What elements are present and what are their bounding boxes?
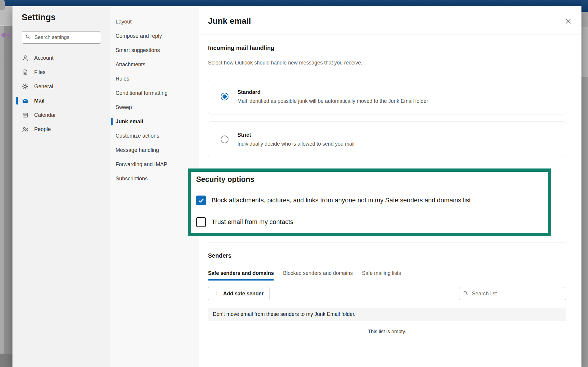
people-icon (22, 126, 29, 133)
add-safe-sender-label: Add safe sender (223, 291, 264, 297)
background-pane-edge (0, 6, 4, 367)
nav-item-label: Compose and reply (116, 33, 162, 39)
close-icon (565, 17, 572, 25)
option-card-standard[interactable]: Standard Mail identified as possible jun… (208, 79, 566, 114)
nav-item-label: Conditional formatting (116, 90, 168, 96)
nav-item-layout[interactable]: Layout (116, 15, 199, 29)
search-icon (463, 290, 469, 297)
nav-item-subscriptions[interactable]: Subscriptions (116, 171, 199, 186)
option-label: Standard (237, 89, 428, 95)
radio-strict-unselected[interactable] (221, 136, 228, 143)
option-description: Mail identified as possible junk will be… (237, 98, 428, 104)
scrollbar-track (581, 27, 588, 77)
settings-search[interactable] (22, 31, 101, 44)
plus-icon (214, 290, 220, 297)
settings-sidebar: Settings Account Files (12, 6, 110, 367)
junk-email-panel: Junk email Incoming mail handling Select… (199, 6, 581, 367)
person-icon (22, 54, 29, 62)
sidebar-item-account[interactable]: Account (22, 51, 110, 65)
checkbox-label: Trust email from my contacts (212, 218, 293, 226)
security-options-heading: Security options (196, 174, 548, 184)
selected-indicator (111, 118, 113, 125)
sidebar-item-mail[interactable]: Mail (22, 94, 110, 108)
settings-category-list: Account Files General Mail (22, 51, 110, 136)
senders-heading: Senders (208, 252, 566, 259)
checkbox-checked[interactable] (196, 196, 206, 205)
tab-safe-mailing-lists[interactable]: Safe mailing lists (362, 270, 401, 281)
sidebar-item-label: General (34, 84, 53, 90)
mail-settings-nav: Layout Compose and reply Smart suggestio… (110, 6, 199, 367)
divider (0, 77, 4, 77)
sidebar-item-label: Mail (34, 98, 45, 104)
gear-icon (22, 83, 29, 90)
nav-item-rules[interactable]: Rules (116, 72, 199, 86)
document-icon (22, 69, 29, 76)
close-button[interactable] (562, 15, 574, 27)
checkbox-row-trust-contacts[interactable]: Trust email from my contacts (196, 217, 548, 227)
sidebar-item-calendar[interactable]: Calendar (22, 108, 110, 122)
app-titlebar (0, 0, 588, 6)
panel-title: Junk email (208, 16, 251, 26)
nav-item-label: Smart suggestions (116, 47, 160, 53)
option-card-strict[interactable]: Strict Individually decide who is allowe… (208, 122, 566, 157)
tab-safe-senders-and-domains[interactable]: Safe senders and domains (208, 270, 274, 281)
checkbox-unchecked[interactable] (196, 217, 206, 227)
nav-item-customize-actions[interactable]: Customize actions (116, 129, 199, 143)
background-app-left-edge: R (0, 6, 12, 367)
nav-item-message-handling[interactable]: Message handling (116, 143, 199, 157)
panel-header: Junk email (199, 6, 581, 34)
checkmark-icon (198, 197, 204, 204)
nav-item-forwarding-and-imap[interactable]: Forwarding and IMAP (116, 157, 199, 171)
calendar-icon (22, 111, 29, 119)
checkbox-label: Block attachments, pictures, and links f… (212, 197, 471, 204)
settings-dialog-title: Settings (22, 11, 110, 23)
nav-item-label: Sweep (116, 104, 132, 111)
sidebar-item-people[interactable]: People (22, 122, 110, 136)
settings-search-input[interactable] (34, 34, 97, 41)
search-icon (25, 34, 31, 41)
nav-item-label: Message handling (116, 147, 159, 153)
nav-item-conditional-formatting[interactable]: Conditional formatting (116, 86, 199, 100)
list-toolbar: Add safe sender (208, 287, 566, 300)
divider (199, 34, 581, 34)
nav-item-junk-email[interactable]: Junk email (116, 114, 199, 129)
nav-item-sweep[interactable]: Sweep (116, 100, 199, 114)
selected-indicator (16, 97, 18, 105)
sidebar-item-label: Calendar (34, 112, 56, 118)
nav-item-label: Junk email (116, 119, 143, 125)
nav-item-label: Rules (116, 76, 129, 82)
nav-item-label: Subscriptions (116, 176, 148, 182)
divider (208, 242, 566, 242)
sidebar-item-general[interactable]: General (22, 79, 110, 94)
radio-standard-selected[interactable] (221, 93, 228, 100)
nav-item-attachments[interactable]: Attachments (116, 57, 199, 72)
option-texts: Strict Individually decide who is allowe… (237, 132, 354, 147)
background-app-right-edge (581, 0, 588, 367)
sidebar-item-label: Account (34, 55, 53, 61)
nav-item-compose-and-reply[interactable]: Compose and reply (116, 29, 199, 43)
sidebar-item-files[interactable]: Files (22, 65, 110, 79)
reply-all-icon (1, 31, 10, 40)
mail-icon (22, 97, 29, 104)
background-pane-edge (581, 12, 588, 27)
checkbox-row-block-attachments[interactable]: Block attachments, pictures, and links f… (196, 196, 548, 205)
sidebar-item-label: Files (34, 69, 45, 75)
nav-item-label: Forwarding and IMAP (116, 161, 167, 168)
browser-tab-stub (0, 0, 5, 10)
option-label: Strict (237, 132, 354, 138)
nav-item-label: Layout (116, 19, 132, 25)
security-options-highlight-box: Security options Block attachments, pict… (188, 168, 551, 236)
nav-item-label: Customize actions (116, 133, 159, 139)
list-info-bar: Don’t move email from these senders to m… (208, 308, 566, 321)
clipped-background-text: R (9, 30, 12, 39)
add-safe-sender-button[interactable]: Add safe sender (208, 287, 269, 300)
empty-list-message: This list is empty. (208, 329, 566, 335)
list-search-box[interactable] (459, 287, 566, 300)
tab-blocked-senders-and-domains[interactable]: Blocked senders and domains (283, 270, 353, 281)
incoming-mail-subtitle: Select how Outlook should handle new mes… (208, 59, 566, 66)
nav-item-label: Attachments (116, 62, 145, 68)
list-search-input[interactable] (471, 290, 562, 297)
settings-dialog: Settings Account Files (12, 6, 581, 367)
background-statusbar-edge (0, 354, 12, 367)
nav-item-smart-suggestions[interactable]: Smart suggestions (116, 43, 199, 57)
